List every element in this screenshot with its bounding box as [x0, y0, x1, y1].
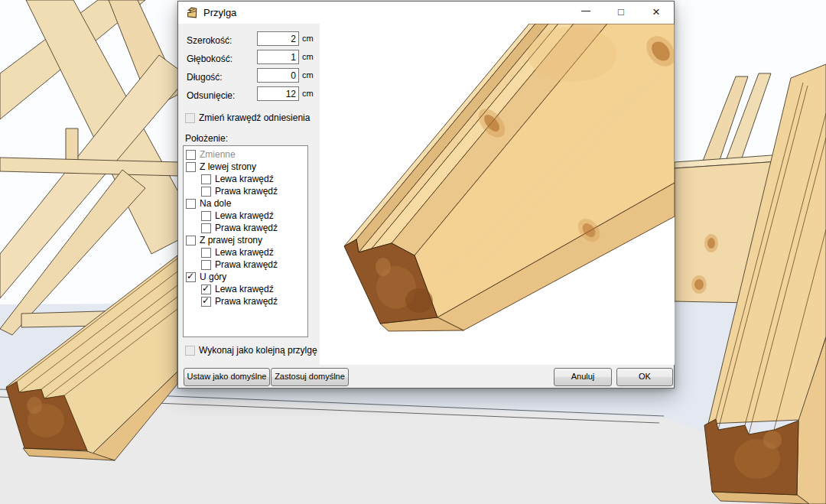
- length-label: Długość:: [187, 72, 223, 83]
- titlebar[interactable]: Przylga — □ ×: [178, 2, 674, 24]
- checkbox-label: Lewa krawędź: [215, 247, 274, 258]
- depth-unit: cm: [302, 52, 314, 63]
- checkbox[interactable]: [201, 260, 211, 270]
- checkbox-label: Z prawej strony: [200, 235, 262, 245]
- make-as-next-rebate-option[interactable]: Wykonaj jako kolejną przylgę: [185, 344, 317, 356]
- width-input[interactable]: [257, 31, 299, 46]
- offset-label: Odsunięcie:: [187, 90, 235, 102]
- set-default-button[interactable]: Ustaw jako domyślne: [184, 368, 270, 386]
- offset-unit: cm: [302, 89, 314, 100]
- end-grain-blotch: [763, 431, 782, 449]
- length-unit: cm: [302, 70, 314, 82]
- position-option[interactable]: Z lewej strony: [186, 161, 307, 173]
- width-label: Szerokość:: [187, 35, 232, 47]
- position-listbox[interactable]: Zmienne Z lewej strony Lewa krawędź Praw…: [183, 145, 308, 337]
- checkbox[interactable]: [185, 346, 195, 356]
- checkbox[interactable]: [201, 285, 211, 294]
- window-title: Przylga: [203, 2, 236, 24]
- app-root: { "window": { "title": "Przylga", "contr…: [0, 0, 826, 504]
- depth-input[interactable]: [257, 50, 299, 64]
- checkbox[interactable]: [186, 272, 196, 282]
- checkbox-label: Wykonaj jako kolejną przylgę: [199, 345, 317, 356]
- position-option[interactable]: Lewa krawędź: [201, 210, 307, 222]
- checkbox-label: Prawa krawędź: [215, 296, 278, 307]
- checkbox[interactable]: [186, 236, 196, 245]
- position-option[interactable]: Lewa krawędź: [201, 173, 307, 185]
- checkbox-label: Na dole: [200, 198, 231, 209]
- checkbox-label: Zmień krawędź odniesienia: [199, 112, 310, 123]
- position-option[interactable]: Lewa krawędź: [201, 246, 307, 259]
- checkbox[interactable]: [201, 223, 211, 233]
- preview-panel[interactable]: [320, 24, 675, 365]
- checkbox-label: Prawa krawędź: [215, 259, 278, 270]
- position-option[interactable]: Prawa krawędź: [201, 222, 307, 234]
- wood-knot: [694, 279, 704, 290]
- position-option[interactable]: Prawa krawędź: [201, 295, 307, 307]
- position-option[interactable]: Lewa krawędź: [201, 283, 307, 295]
- checkbox-label: Lewa krawędź: [215, 210, 274, 221]
- end-grain-blotch: [376, 258, 391, 276]
- position-option[interactable]: Zmienne: [186, 148, 307, 161]
- checkbox-label: Zmienne: [200, 149, 236, 160]
- checkbox[interactable]: [186, 199, 196, 209]
- length-input[interactable]: [257, 68, 299, 83]
- ok-button[interactable]: OK: [616, 368, 673, 386]
- cancel-button[interactable]: Anuluj: [554, 368, 612, 386]
- beam-profile-icon: [186, 6, 199, 19]
- maximize-button[interactable]: □: [603, 2, 639, 24]
- width-unit: cm: [302, 34, 314, 45]
- przylga-dialog: Przylga — □ ×: [177, 1, 675, 389]
- position-option[interactable]: Z prawej strony: [186, 234, 307, 246]
- checkbox[interactable]: [186, 162, 196, 172]
- wood-shade: [528, 27, 616, 82]
- checkbox[interactable]: [201, 174, 211, 184]
- preview-3d-view: [320, 24, 675, 365]
- checkbox-label: Prawa krawędź: [215, 186, 278, 197]
- checkbox-label: Lewa krawędź: [215, 174, 274, 184]
- position-option[interactable]: Na dole: [186, 197, 307, 210]
- minimize-button[interactable]: —: [568, 2, 603, 24]
- checkbox[interactable]: [201, 187, 211, 197]
- depth-label: Głębokość:: [187, 54, 233, 65]
- checkbox[interactable]: [201, 297, 211, 307]
- position-option[interactable]: Prawa krawędź: [201, 185, 307, 197]
- wood-knot: [707, 238, 715, 249]
- position-option[interactable]: U góry: [186, 271, 307, 283]
- checkbox-label: Z lewej strony: [200, 161, 256, 172]
- apply-default-button[interactable]: Zastosuj domyślne: [271, 368, 349, 386]
- checkbox-label: Lewa krawędź: [215, 284, 274, 294]
- end-grain-blotch: [405, 288, 433, 313]
- position-group-label: Położenie:: [185, 133, 228, 144]
- checkbox[interactable]: [185, 113, 195, 123]
- end-grain-blotch: [27, 397, 42, 414]
- close-button[interactable]: ×: [639, 2, 674, 24]
- offset-input[interactable]: [257, 86, 299, 101]
- checkbox-label: U góry: [200, 272, 226, 282]
- checkbox[interactable]: [186, 150, 196, 160]
- checkbox-label: Prawa krawędź: [215, 223, 278, 233]
- position-option[interactable]: Prawa krawędź: [201, 259, 307, 271]
- checkbox[interactable]: [201, 211, 211, 221]
- checkbox[interactable]: [201, 248, 211, 258]
- change-reference-edge-option[interactable]: Zmień krawędź odniesienia: [185, 112, 310, 124]
